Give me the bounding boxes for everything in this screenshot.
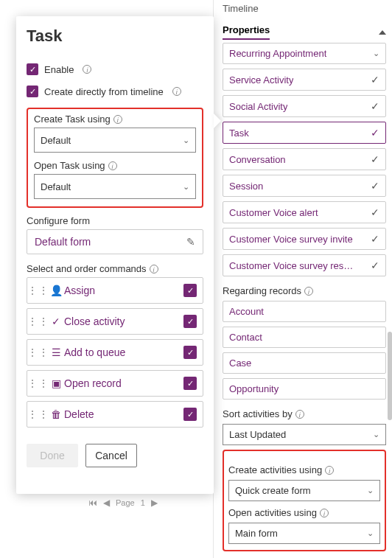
option-label: Account	[229, 306, 264, 317]
pager: ⏮ ◀ Page 1 ▶	[88, 498, 158, 508]
info-icon[interactable]	[113, 115, 122, 124]
pager-number: 1	[141, 498, 145, 507]
open-task-using-label: Open Task using	[34, 160, 196, 171]
done-button: Done	[27, 444, 78, 467]
activity-type-customer-voice-survey-response[interactable]: Customer Voice survey response✓	[223, 254, 386, 276]
create-direct-label: Create directly from timeline	[44, 86, 164, 97]
open-icon: ▣	[48, 377, 64, 389]
chevron-down-icon: ⌄	[183, 136, 189, 145]
command-delete[interactable]: ⋮⋮ 🗑 Delete	[27, 401, 203, 428]
cancel-button[interactable]: Cancel	[85, 444, 137, 467]
collapse-icon[interactable]	[379, 30, 386, 35]
regarding-case[interactable]: Case	[223, 352, 386, 374]
option-label: Recurring Appointment	[229, 48, 326, 59]
enable-label: Enable	[44, 64, 74, 75]
select-value: Default	[41, 135, 71, 146]
option-label: Customer Voice survey invite	[229, 234, 353, 245]
chevron-down-icon: ⌄	[367, 529, 374, 538]
option-label: Task	[229, 128, 249, 139]
command-assign[interactable]: ⋮⋮ 👤 Assign	[27, 277, 203, 304]
activity-type-task[interactable]: Task✓	[223, 122, 386, 144]
command-add-to-queue[interactable]: ⋮⋮ ☰ Add to queue	[27, 339, 203, 366]
chevron-down-icon: ⌄	[373, 49, 379, 58]
grip-icon[interactable]: ⋮⋮	[27, 285, 48, 296]
create-direct-checkbox[interactable]	[27, 86, 38, 97]
activity-type-recurring-appointment[interactable]: Recurring Appointment⌄	[223, 43, 386, 64]
info-icon[interactable]	[83, 65, 91, 74]
command-checkbox[interactable]	[183, 377, 197, 390]
grip-icon[interactable]: ⋮⋮	[27, 377, 48, 389]
regarding-contact[interactable]: Contact	[223, 327, 386, 348]
chevron-down-icon: ⌄	[373, 430, 379, 439]
highlight-box: Create Task using Default⌄ Open Task usi…	[27, 108, 203, 208]
option-label: Social Activity	[229, 101, 287, 112]
task-flyout: Task Enable Create directly from timelin…	[16, 16, 214, 494]
select-value: Quick create form	[235, 485, 311, 496]
option-label: Opportunity	[229, 383, 279, 394]
sort-activities-label: Sort activities by	[223, 408, 386, 419]
activity-type-service-activity[interactable]: Service Activity✓	[223, 69, 386, 91]
check-icon: ✓	[371, 233, 379, 245]
activity-type-conversation[interactable]: Conversation✓	[223, 148, 386, 170]
grip-icon[interactable]: ⋮⋮	[27, 315, 48, 327]
option-label: Session	[229, 181, 263, 192]
option-label: Service Activity	[229, 74, 293, 86]
info-icon[interactable]	[320, 509, 329, 517]
tab-properties[interactable]: Properties	[223, 24, 270, 40]
activity-type-customer-voice-survey-invite[interactable]: Customer Voice survey invite✓	[223, 228, 386, 250]
check-icon: ✓	[371, 259, 379, 271]
option-label: Customer Voice alert	[229, 207, 318, 218]
command-label: Assign	[64, 285, 178, 296]
command-checkbox[interactable]	[183, 346, 197, 359]
regarding-opportunity[interactable]: Opportunity	[223, 378, 386, 400]
pager-label: Page	[116, 498, 135, 507]
panel-title: Task	[27, 27, 203, 46]
check-icon: ✓	[371, 127, 379, 139]
pager-next-icon[interactable]: ▶	[151, 498, 158, 508]
open-task-using-select[interactable]: Default⌄	[34, 174, 196, 199]
regarding-account[interactable]: Account	[223, 301, 386, 322]
command-label: Close activity	[64, 315, 178, 327]
commands-label: Select and order commands	[27, 263, 203, 274]
pager-prev-icon[interactable]: ◀	[103, 498, 110, 508]
activity-type-customer-voice-alert[interactable]: Customer Voice alert✓	[223, 201, 386, 223]
command-checkbox[interactable]	[183, 315, 197, 328]
configure-form-label: Configure form	[27, 215, 203, 226]
activity-type-session[interactable]: Session✓	[223, 175, 386, 197]
check-icon: ✓	[48, 315, 64, 327]
info-icon[interactable]	[304, 287, 313, 296]
check-icon: ✓	[371, 100, 379, 112]
command-checkbox[interactable]	[183, 284, 197, 297]
info-icon[interactable]	[150, 265, 158, 273]
grip-icon[interactable]: ⋮⋮	[27, 408, 48, 420]
info-icon[interactable]	[108, 161, 117, 170]
command-close-activity[interactable]: ⋮⋮ ✓ Close activity	[27, 308, 203, 335]
grip-icon[interactable]: ⋮⋮	[27, 346, 48, 358]
create-activities-select[interactable]: Quick create form⌄	[228, 480, 380, 501]
option-label: Customer Voice survey response	[229, 260, 354, 271]
command-label: Open record	[64, 377, 178, 389]
create-activities-label: Create activities using	[228, 464, 380, 475]
pencil-icon: ✎	[186, 236, 195, 248]
select-value: Default	[41, 181, 71, 192]
configure-form-button[interactable]: Default form ✎	[27, 229, 203, 254]
info-icon[interactable]	[295, 410, 304, 419]
sort-activities-select[interactable]: Last Updated⌄	[223, 424, 386, 445]
pager-first-icon[interactable]: ⏮	[88, 498, 97, 508]
queue-icon: ☰	[48, 346, 64, 358]
create-task-using-select[interactable]: Default⌄	[34, 128, 196, 153]
enable-checkbox[interactable]	[27, 63, 38, 75]
option-label: Contact	[229, 332, 262, 343]
chevron-down-icon: ⌄	[367, 486, 374, 495]
check-icon: ✓	[371, 206, 379, 218]
open-activities-label: Open activities using	[228, 507, 380, 518]
tab-timeline[interactable]: Timeline	[223, 3, 259, 17]
info-icon[interactable]	[325, 466, 334, 475]
command-checkbox[interactable]	[183, 408, 197, 421]
trash-icon: 🗑	[48, 408, 64, 420]
info-icon[interactable]	[172, 87, 181, 96]
command-open-record[interactable]: ⋮⋮ ▣ Open record	[27, 370, 203, 397]
open-activities-select[interactable]: Main form⌄	[228, 523, 380, 544]
configure-form-value: Default form	[35, 236, 91, 248]
activity-type-social-activity[interactable]: Social Activity✓	[223, 95, 386, 117]
